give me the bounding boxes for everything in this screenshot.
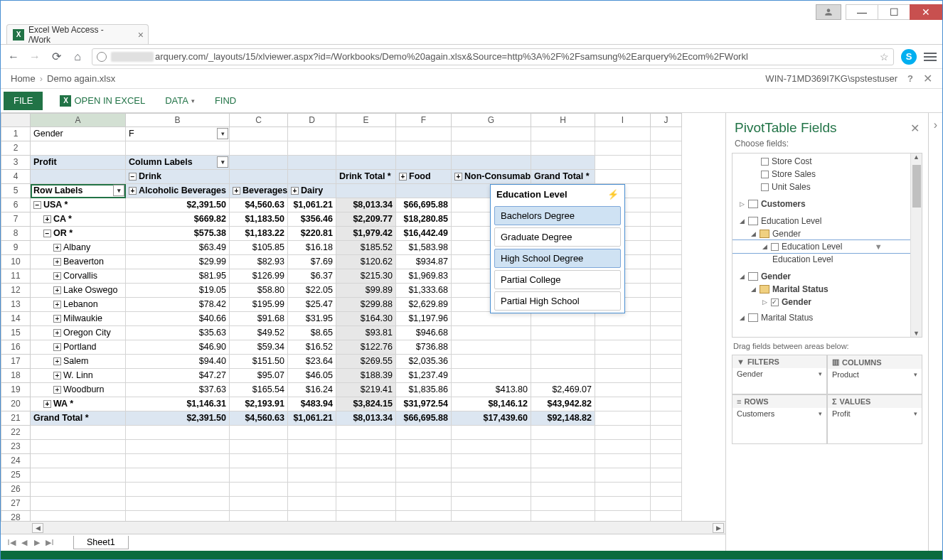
scroll-left-icon[interactable]: ◀: [32, 523, 43, 533]
drink-col[interactable]: −Drink: [126, 170, 230, 184]
next-sheet-icon[interactable]: ▶: [31, 538, 43, 547]
help-icon[interactable]: ?: [907, 73, 913, 84]
expand-icon[interactable]: +: [53, 244, 61, 252]
checkbox[interactable]: [771, 243, 779, 251]
col-G[interactable]: G: [452, 113, 531, 127]
row-1[interactable]: 1: [1, 127, 31, 141]
row-label[interactable]: +Beaverton: [31, 255, 126, 269]
fieldlist-scrollbar[interactable]: ▲ ▼: [910, 154, 922, 337]
first-sheet-icon[interactable]: I◀: [5, 538, 18, 547]
nonc-col[interactable]: +Non-Consumable: [452, 170, 531, 184]
open-in-excel-button[interactable]: X OPEN IN EXCEL: [50, 95, 155, 107]
data-menu[interactable]: DATA▾: [155, 95, 205, 106]
user-slot[interactable]: [816, 4, 841, 20]
food-col[interactable]: +Food: [396, 170, 452, 184]
address-bar[interactable]: arquery.com/_layouts/15/xlviewer.aspx?id…: [92, 48, 894, 65]
filter-value[interactable]: F▾: [126, 127, 230, 141]
col-H[interactable]: H: [531, 113, 595, 127]
slicer-item[interactable]: Graduate Degree: [494, 227, 621, 247]
filter-icon[interactable]: ▼: [875, 242, 883, 251]
filter-dropdown-icon[interactable]: ▾: [217, 128, 228, 139]
prev-sheet-icon[interactable]: ◀: [18, 538, 31, 547]
clear-filter-icon[interactable]: ⚡: [607, 189, 619, 200]
profit-label[interactable]: Profit: [31, 156, 126, 170]
grand-total-label[interactable]: Grand Total *: [31, 411, 126, 426]
browser-tab[interactable]: X Excel Web Access - /Work ×: [6, 24, 149, 44]
expand-icon[interactable]: +: [53, 329, 61, 337]
expand-icon[interactable]: +: [53, 357, 61, 365]
slicer-item[interactable]: High School Degree: [494, 249, 621, 268]
collapse-icon[interactable]: ◢: [750, 230, 757, 237]
close-tab-icon[interactable]: ×: [138, 29, 144, 41]
row-label[interactable]: +CA *: [31, 212, 126, 227]
collapse-icon[interactable]: −: [33, 201, 41, 209]
expand-icon[interactable]: +: [233, 187, 240, 195]
checkbox[interactable]: [761, 158, 769, 166]
col-F[interactable]: F: [396, 113, 452, 127]
col-A[interactable]: A: [31, 113, 126, 127]
row-label[interactable]: −USA *: [31, 198, 126, 212]
col-C[interactable]: C: [230, 113, 288, 127]
select-all-corner[interactable]: [1, 113, 31, 127]
col-D[interactable]: D: [288, 113, 336, 127]
col-B[interactable]: B: [126, 113, 230, 127]
scroll-right-icon[interactable]: ▶: [713, 523, 724, 533]
expand-icon[interactable]: +: [454, 173, 462, 181]
expand-icon[interactable]: +: [53, 286, 61, 294]
checkbox-checked[interactable]: [771, 298, 779, 306]
expand-icon[interactable]: +: [53, 258, 61, 266]
expand-icon[interactable]: +: [399, 173, 407, 181]
row-label[interactable]: +Woodburn: [31, 383, 126, 397]
values-box[interactable]: ΣVALUES Profit▾: [827, 394, 922, 444]
row-label[interactable]: +Milwaukie: [31, 312, 126, 326]
maximize-button[interactable]: ☐: [878, 4, 910, 20]
checkbox[interactable]: [761, 183, 769, 191]
breadcrumb-file[interactable]: Demo again.xlsx: [47, 73, 115, 84]
bookmark-star-icon[interactable]: ☆: [880, 51, 889, 63]
close-panel-icon[interactable]: ✕: [923, 72, 932, 85]
expand-icon[interactable]: +: [53, 386, 61, 394]
rows-box[interactable]: ≡ROWS Customers▾: [732, 394, 827, 444]
last-sheet-icon[interactable]: ▶I: [43, 538, 56, 547]
col-dropdown-icon[interactable]: ▾: [217, 156, 228, 168]
collapse-icon[interactable]: ◢: [750, 286, 757, 293]
collapse-icon[interactable]: ◢: [738, 217, 745, 225]
row-label[interactable]: +Oregon City: [31, 326, 126, 340]
horizontal-scrollbar[interactable]: ◀ ▶: [1, 521, 725, 534]
expand-icon[interactable]: +: [53, 343, 61, 351]
filter-label[interactable]: Gender: [31, 127, 126, 141]
row-label[interactable]: +Salem: [31, 355, 126, 369]
breadcrumb-home[interactable]: Home: [11, 73, 36, 84]
skype-icon[interactable]: S: [901, 49, 917, 65]
collapse-icon[interactable]: −: [129, 173, 137, 181]
slicer-item[interactable]: Bachelors Degree: [494, 206, 621, 225]
col-E[interactable]: E: [336, 113, 396, 127]
expand-icon[interactable]: ▷: [761, 298, 768, 306]
dairy-col[interactable]: +Dairy: [288, 184, 336, 198]
row-dropdown-icon[interactable]: ▾: [113, 185, 124, 196]
row-label[interactable]: +Portland: [31, 340, 126, 355]
checkbox[interactable]: [761, 171, 769, 178]
new-tab-button[interactable]: [153, 28, 167, 41]
drink-total-col[interactable]: Drink Total *: [336, 170, 396, 184]
reload-button[interactable]: ⟳: [49, 50, 63, 64]
col-I[interactable]: I: [595, 113, 651, 127]
row-label[interactable]: +Albany: [31, 241, 126, 255]
col-J[interactable]: J: [651, 113, 682, 127]
slicer-item[interactable]: Partial College: [494, 270, 621, 289]
collapse-icon[interactable]: −: [43, 230, 51, 237]
expand-icon[interactable]: +: [53, 272, 61, 280]
row-label[interactable]: +WA *: [31, 397, 126, 411]
expand-icon[interactable]: +: [43, 400, 51, 408]
expand-icon[interactable]: +: [129, 187, 137, 195]
sheet-tab[interactable]: Sheet1: [73, 536, 129, 549]
expand-pane-icon[interactable]: ›: [928, 113, 942, 551]
file-tab[interactable]: FILE: [4, 92, 43, 110]
column-labels[interactable]: Column Labels▾: [126, 156, 230, 170]
row-label[interactable]: +Corvallis: [31, 269, 126, 284]
row-label[interactable]: +Lake Oswego: [31, 284, 126, 298]
expand-icon[interactable]: +: [53, 315, 61, 323]
account-label[interactable]: WIN-71MD369I7KG\spstestuser: [765, 73, 897, 84]
collapse-icon[interactable]: ◢: [738, 273, 745, 280]
minimize-button[interactable]: —: [846, 4, 878, 20]
